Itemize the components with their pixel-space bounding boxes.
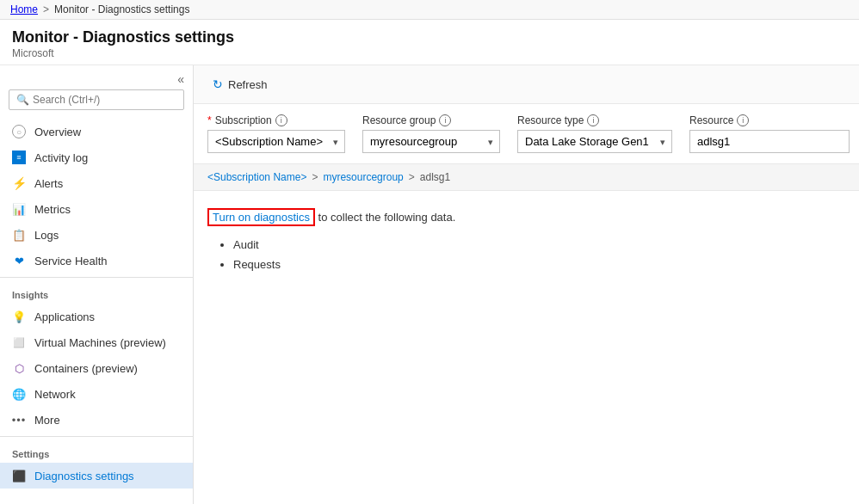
sidebar-label-more: More <box>34 414 60 427</box>
service-health-icon: ❤ <box>12 254 26 267</box>
content-breadcrumb-resource: adlsg1 <box>420 171 450 183</box>
network-icon: 🌐 <box>12 387 26 401</box>
sidebar-item-diagnostics-settings[interactable]: ⬛ Diagnostics settings <box>0 463 193 489</box>
alerts-icon: ⚡ <box>12 176 26 190</box>
sidebar-item-containers[interactable]: ⬡ Containers (preview) <box>0 355 193 381</box>
activity-log-icon: ≡ <box>12 151 26 164</box>
resource-type-select[interactable]: Data Lake Storage Gen1 <box>517 130 672 153</box>
subscription-info-icon[interactable]: i <box>275 114 287 126</box>
subscription-select[interactable]: <Subscription Name> <box>207 130 345 153</box>
sidebar-item-logs[interactable]: 📋 Logs <box>0 222 193 248</box>
collapse-button-area[interactable]: « <box>0 65 193 89</box>
breadcrumb-home[interactable]: Home <box>10 3 38 15</box>
toolbar: ↻ Refresh <box>194 65 859 104</box>
content-breadcrumb-sep1: > <box>312 171 318 183</box>
page-header: Monitor - Diagnostics settings Microsoft <box>0 20 859 65</box>
top-breadcrumb: Home > Monitor - Diagnostics settings <box>0 0 859 20</box>
sidebar-item-overview[interactable]: ○ Overview <box>0 119 193 144</box>
sidebar-label-diagnostics-settings: Diagnostics settings <box>34 470 134 482</box>
search-icon: 🔍 <box>16 94 29 106</box>
subscription-select-wrapper: <Subscription Name> <box>207 130 345 153</box>
resource-group-filter-group: Resource group i myresourcegroup <box>362 114 500 153</box>
subscription-label: * Subscription i <box>207 114 345 126</box>
sidebar-label-service-health: Service Health <box>34 255 108 267</box>
diagnostics-message: Turn on diagnostics to collect the follo… <box>207 208 845 226</box>
page-subtitle: Microsoft <box>12 47 847 59</box>
sidebar-item-more[interactable]: ••• More <box>0 407 193 433</box>
resource-input[interactable] <box>689 130 850 153</box>
resource-group-label: Resource group i <box>362 114 500 126</box>
sidebar-item-applications[interactable]: 💡 Applications <box>0 304 193 329</box>
sidebar-item-alerts[interactable]: ⚡ Alerts <box>0 170 193 196</box>
search-box[interactable]: 🔍 <box>9 89 184 110</box>
content-breadcrumb-sep2: > <box>409 171 415 183</box>
subscription-filter-group: * Subscription i <Subscription Name> <box>207 114 345 153</box>
collapse-icon[interactable]: « <box>177 72 184 86</box>
breadcrumb-sep1: > <box>43 3 49 15</box>
sidebar-item-network[interactable]: 🌐 Network <box>0 381 193 407</box>
sidebar-label-network: Network <box>34 388 76 401</box>
content-area: ↻ Refresh * Subscription i <Subscription… <box>194 65 859 504</box>
resource-group-select-wrapper: myresourcegroup <box>362 130 500 153</box>
resource-filter-group: Resource i <box>689 114 850 153</box>
insights-section-label: Insights <box>0 281 193 304</box>
resource-group-info-icon[interactable]: i <box>439 114 451 126</box>
sidebar-label-overview: Overview <box>34 126 81 138</box>
virtual-machines-icon: ⬜ <box>12 335 26 349</box>
sidebar-item-virtual-machines[interactable]: ⬜ Virtual Machines (preview) <box>0 329 193 355</box>
resource-label: Resource i <box>689 114 850 126</box>
resource-type-select-wrapper: Data Lake Storage Gen1 <box>517 130 672 153</box>
resource-type-label: Resource type i <box>517 114 672 126</box>
resource-group-select[interactable]: myresourcegroup <box>362 130 500 153</box>
sidebar-label-metrics: Metrics <box>34 203 71 216</box>
sidebar-item-service-health[interactable]: ❤ Service Health <box>0 248 193 274</box>
sidebar-divider-1 <box>0 277 193 278</box>
main-layout: « 🔍 ○ Overview ≡ Activity log ⚡ Alerts 📊… <box>0 65 859 504</box>
logs-icon: 📋 <box>12 228 26 242</box>
diagnostics-bullet-list: Audit Requests <box>233 235 845 275</box>
required-star: * <box>207 114 212 126</box>
resource-info-icon[interactable]: i <box>737 114 749 126</box>
refresh-button[interactable]: ↻ Refresh <box>207 74 273 95</box>
containers-icon: ⬡ <box>12 361 26 375</box>
sidebar-label-logs: Logs <box>34 229 59 242</box>
diagnostics-settings-icon: ⬛ <box>12 469 26 482</box>
refresh-label: Refresh <box>228 78 268 91</box>
sidebar-label-applications: Applications <box>34 310 95 323</box>
refresh-icon: ↻ <box>213 77 223 91</box>
content-breadcrumb-resource-group[interactable]: myresourcegroup <box>323 171 403 183</box>
content-breadcrumb: <Subscription Name> > myresourcegroup > … <box>194 164 859 191</box>
diagnostics-body: Turn on diagnostics to collect the follo… <box>194 191 859 292</box>
settings-section-label: Settings <box>0 440 193 463</box>
search-input[interactable] <box>33 94 176 106</box>
metrics-icon: 📊 <box>12 202 26 216</box>
bullet-item-audit: Audit <box>233 235 845 255</box>
page-title: Monitor - Diagnostics settings <box>12 28 847 46</box>
resource-type-info-icon[interactable]: i <box>587 114 599 126</box>
content-breadcrumb-subscription[interactable]: <Subscription Name> <box>207 171 306 183</box>
breadcrumb-current: Monitor - Diagnostics settings <box>54 3 189 15</box>
sidebar-item-metrics[interactable]: 📊 Metrics <box>0 196 193 222</box>
bullet-item-requests: Requests <box>233 255 845 274</box>
sidebar-label-activity-log: Activity log <box>34 151 88 164</box>
turn-on-diagnostics-link[interactable]: Turn on diagnostics <box>207 208 315 226</box>
filter-row: * Subscription i <Subscription Name> Res… <box>194 104 859 164</box>
sidebar-label-virtual-machines: Virtual Machines (preview) <box>34 336 166 349</box>
sidebar-item-activity-log[interactable]: ≡ Activity log <box>0 144 193 170</box>
applications-icon: 💡 <box>12 310 26 323</box>
sidebar: « 🔍 ○ Overview ≡ Activity log ⚡ Alerts 📊… <box>0 65 194 504</box>
resource-type-filter-group: Resource type i Data Lake Storage Gen1 <box>517 114 672 153</box>
sidebar-label-alerts: Alerts <box>34 177 63 190</box>
overview-icon: ○ <box>12 125 26 138</box>
sidebar-divider-2 <box>0 436 193 437</box>
sidebar-label-containers: Containers (preview) <box>34 362 138 375</box>
more-icon: ••• <box>12 413 26 427</box>
